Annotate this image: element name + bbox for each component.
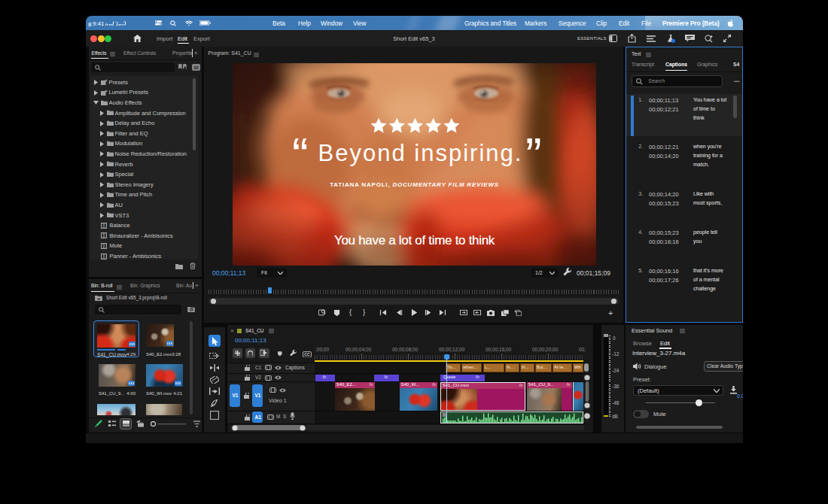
svg-text:9:41: 9:41 xyxy=(93,20,105,27)
svg-text:32: 32 xyxy=(193,65,199,70)
svg-text:1: 1 xyxy=(116,20,119,27)
svg-text:CC: CC xyxy=(304,352,310,357)
